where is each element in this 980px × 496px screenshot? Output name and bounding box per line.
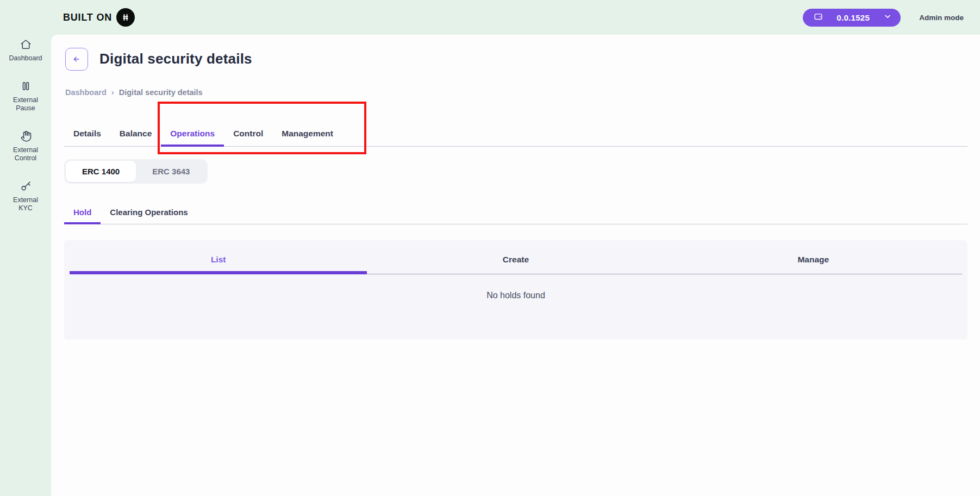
- sidebar-item-label: ExternalControl: [13, 146, 38, 162]
- panel-tab-create[interactable]: Create: [367, 240, 664, 274]
- pause-icon: [20, 80, 32, 92]
- sidebar: Dashboard ExternalPause ExternalControl …: [0, 35, 51, 496]
- empty-state-message: No holds found: [64, 291, 967, 300]
- logo-text: BUILT ON: [63, 12, 112, 23]
- breadcrumb: Dashboard › Digital security details: [65, 87, 203, 97]
- tab-balance[interactable]: Balance: [110, 122, 161, 146]
- chevron-down-icon[interactable]: [883, 12, 892, 23]
- toggle-erc-3643[interactable]: ERC 3643: [136, 161, 206, 182]
- panel-tab-list[interactable]: List: [70, 240, 367, 274]
- wallet-account-button[interactable]: 0.0.1525: [803, 9, 901, 27]
- toggle-erc-1400[interactable]: ERC 1400: [66, 161, 136, 182]
- top-header: BUILT ON 0.0.1525 Admin mode: [0, 0, 980, 35]
- panel-tab-manage[interactable]: Manage: [665, 240, 962, 274]
- erc-standard-toggle: ERC 1400 ERC 3643: [64, 159, 208, 184]
- breadcrumb-current: Digital security details: [119, 88, 203, 97]
- account-id: 0.0.1525: [823, 13, 883, 22]
- tab-management[interactable]: Management: [272, 122, 342, 146]
- arrow-left-icon: [71, 54, 82, 65]
- operations-sub-tab-bar: Hold Clearing Operations: [64, 201, 967, 224]
- main-content: Digital security details Dashboard › Dig…: [51, 35, 980, 496]
- subtab-hold[interactable]: Hold: [64, 201, 101, 224]
- sidebar-item-dashboard[interactable]: Dashboard: [0, 38, 51, 62]
- key-icon: [20, 180, 32, 192]
- subtab-clearing-operations[interactable]: Clearing Operations: [101, 201, 197, 224]
- breadcrumb-dashboard[interactable]: Dashboard: [65, 88, 107, 97]
- hand-icon: [20, 130, 32, 142]
- built-on-logo: BUILT ON: [63, 8, 135, 27]
- details-tab-bar: Details Balance Operations Control Manag…: [64, 122, 967, 147]
- sidebar-item-external-kyc[interactable]: ExternalKYC: [0, 180, 51, 212]
- tab-details[interactable]: Details: [64, 122, 110, 146]
- tab-operations[interactable]: Operations: [161, 122, 224, 146]
- hedera-icon: [116, 8, 135, 27]
- tab-control[interactable]: Control: [224, 122, 272, 146]
- sidebar-item-label: ExternalKYC: [13, 196, 38, 212]
- wallet-icon: [814, 12, 823, 23]
- chevron-right-icon: ›: [111, 87, 114, 97]
- sidebar-item-external-pause[interactable]: ExternalPause: [0, 80, 51, 112]
- sidebar-item-label: Dashboard: [9, 54, 42, 62]
- hold-panel-tab-bar: List Create Manage: [70, 240, 962, 274]
- page-title: Digital security details: [99, 51, 252, 67]
- home-icon: [20, 38, 32, 51]
- hold-panel: List Create Manage No holds found: [64, 240, 967, 340]
- back-button[interactable]: [65, 48, 88, 71]
- admin-mode-label: Admin mode: [919, 14, 964, 22]
- sidebar-item-external-control[interactable]: ExternalControl: [0, 130, 51, 162]
- sidebar-item-label: ExternalPause: [13, 96, 38, 112]
